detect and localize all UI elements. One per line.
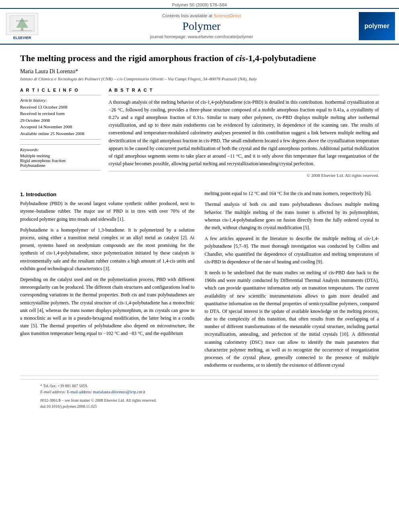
sciencedirect-line: Contents lists available at ScienceDirec… — [44, 13, 359, 18]
journal-center: Contents lists available at ScienceDirec… — [44, 13, 359, 39]
elsevier-logo-area: ELSEVIER ELSEVIER — [4, 13, 40, 40]
right-para-3: A few articles appeared in the literatur… — [205, 235, 379, 266]
right-para-1: melting point equal to 12 °C and 164 °C … — [205, 190, 379, 197]
article-info-column: A R T I C L E I N F O Article history: R… — [20, 88, 101, 178]
accepted-date: Accepted 14 November 2008 — [20, 123, 101, 130]
journal-homepage: journal homepage: www.elsevier.com/locat… — [44, 34, 359, 39]
received-date: Received 13 October 2008 — [20, 104, 101, 111]
journal-name: Polymer — [44, 20, 359, 33]
copyright-line: © 2008 Elsevier Ltd. All rights reserved… — [109, 173, 379, 178]
article-meta-section: A R T I C L E I N F O Article history: R… — [20, 88, 379, 178]
sciencedirect-link[interactable]: ScienceDirect — [214, 13, 241, 18]
keywords-label: Keywords: — [20, 147, 101, 152]
intro-para-3: Depending on the catalyst used and on th… — [20, 276, 195, 338]
footnote-1: * Tel./fax: +39 081 867 5059. — [40, 383, 156, 389]
body-right-column: melting point equal to 12 °C and 164 °C … — [205, 190, 379, 372]
article-history-label: Article history: — [20, 98, 101, 103]
author-name: Maria Laura Di Lorenzo* — [20, 68, 379, 75]
article-history-box: Article history: Received 13 October 200… — [20, 95, 101, 140]
footnote-2: E-mail address: E-mail address: marialau… — [40, 389, 156, 395]
keywords-box: Keywords: Multiple melting Rigid amorpho… — [20, 144, 101, 170]
intro-para-1: Polybutadiene (PBD) is the second larges… — [20, 200, 195, 223]
abstract-heading: A B S T R A C T — [109, 88, 379, 92]
keyword-2: Rigid amorphous fraction — [20, 158, 101, 163]
journal-reference-top: Polymer 50 (2009) 578–584 — [0, 0, 399, 8]
elsevier-logo-image: ELSEVIER — [6, 13, 38, 35]
intro-para-2: Polybutadiene is a homopolymer of 1,3-bu… — [20, 226, 195, 273]
footnote-area: * Tel./fax: +39 081 867 5059. E-mail add… — [40, 383, 156, 409]
footer-divider — [20, 376, 379, 376]
abstract-column: A B S T R A C T A thorough analysis of t… — [109, 88, 379, 178]
revised-label: Received in revised form — [20, 110, 101, 117]
author-affiliation: Istituto di Chimica e Tecnologia dei Pol… — [20, 76, 379, 81]
issn-line: 0032-3861/$ – see front matter © 2008 El… — [40, 397, 156, 403]
footer-bar: * Tel./fax: +39 081 867 5059. E-mail add… — [20, 379, 379, 413]
article-title: The melting process and the rigid amorph… — [20, 53, 379, 64]
journal-header: ELSEVIER ELSEVIER Contents lists availab… — [0, 8, 399, 44]
polymer-logo: polymer — [359, 12, 395, 40]
abstract-text: A thorough analysis of the melting behav… — [109, 95, 379, 172]
article-info-heading: A R T I C L E I N F O — [20, 88, 101, 92]
revised-date: 29 October 2008 — [20, 117, 101, 124]
body-two-col: 1. Introduction Polybutadiene (PBD) is t… — [20, 190, 379, 372]
elsevier-text: ELSEVIER — [13, 36, 31, 40]
available-date: Available online 25 November 2008 — [20, 130, 101, 137]
keyword-1: Multiple melting — [20, 153, 101, 158]
keyword-3: Polybutadiene — [20, 163, 101, 168]
content-area: The melting process and the rigid amorph… — [0, 45, 399, 186]
right-para-4: It needs to be underlined that the main … — [205, 269, 379, 369]
main-body: 1. Introduction Polybutadiene (PBD) is t… — [0, 186, 399, 421]
right-para-2: Thermal analysis of both cis and trans p… — [205, 201, 379, 232]
body-left-column: 1. Introduction Polybutadiene (PBD) is t… — [20, 190, 195, 372]
introduction-title: 1. Introduction — [20, 191, 195, 197]
doi-line: doi:10.1016/j.polymer.2008.11.025 — [40, 403, 156, 409]
